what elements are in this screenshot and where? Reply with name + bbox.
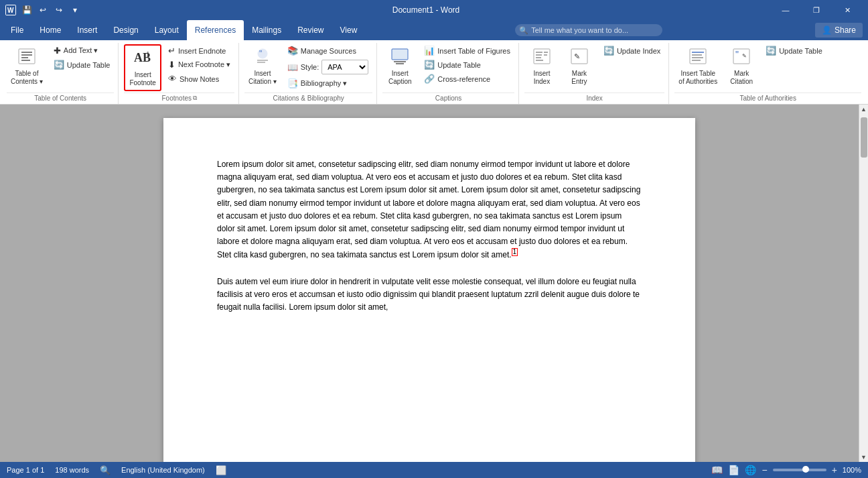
svg-text:": " <box>259 49 262 58</box>
toc-group-label-text: Table of Contents <box>34 95 86 102</box>
footnote-marker-1: 1 <box>512 248 518 256</box>
update-table-toc-button[interactable]: 🔄 Update Table <box>50 58 115 71</box>
scroll-down-button[interactable]: ▼ <box>859 453 869 462</box>
customize-button[interactable]: ▾ <box>68 3 82 17</box>
insert-citation-icon: " <box>253 47 272 68</box>
insert-footnote-label: InsertFootnote <box>129 71 155 87</box>
update-index-button[interactable]: 🔄 Update Index <box>599 44 664 57</box>
update-table-toc-icon: 🔄 <box>54 60 64 70</box>
index-label-text: Index <box>586 95 602 102</box>
menu-mailings[interactable]: Mailings <box>244 20 289 40</box>
minimize-button[interactable]: — <box>770 0 801 20</box>
group-citations: " InsertCitation ▾ 📚 Manage Sources 📖 St… <box>240 43 377 104</box>
close-button[interactable]: ✕ <box>832 0 863 20</box>
menu-insert[interactable]: Insert <box>69 20 105 40</box>
group-table-of-contents: Table ofContents ▾ ✚ Add Text ▾ 🔄 Update… <box>3 43 119 104</box>
index-small-group: 🔄 Update Index <box>599 44 664 57</box>
zoom-out-button[interactable]: − <box>762 465 767 475</box>
language[interactable]: English (United Kingdom) <box>121 466 205 474</box>
view-print-button[interactable]: 📄 <box>728 465 739 475</box>
citations-small-group: 📚 Manage Sources 📖 Style: APAMLAChicago … <box>283 44 373 90</box>
menu-file[interactable]: File <box>3 20 31 40</box>
scroll-up-button[interactable]: ▲ <box>859 105 869 114</box>
menu-home[interactable]: Home <box>31 20 69 40</box>
save-button[interactable]: 💾 <box>20 3 33 17</box>
insert-citation-button[interactable]: " InsertCitation ▾ <box>244 44 281 88</box>
bibliography-button[interactable]: 📑 Bibliography ▾ <box>283 77 373 90</box>
next-footnote-button[interactable]: ⬇ Next Footnote ▾ <box>164 58 234 71</box>
insert-table-authorities-button[interactable]: Insert Tableof Authorities <box>674 44 721 88</box>
manage-sources-button[interactable]: 📚 Manage Sources <box>283 44 373 57</box>
index-group-label: Index <box>524 93 664 104</box>
menu-references[interactable]: References <box>187 20 244 40</box>
insert-tof-icon: 📊 <box>424 46 435 56</box>
style-icon: 📖 <box>287 62 298 72</box>
insert-toa-icon <box>689 47 707 68</box>
ribbon: Table ofContents ▾ ✚ Add Text ▾ 🔄 Update… <box>0 40 868 105</box>
para2-text: Duis autem vel eum iriure dolor in hendr… <box>217 277 640 312</box>
mark-entry-button[interactable]: ✎ MarkEntry <box>562 44 597 88</box>
word-count: 198 words <box>55 466 89 474</box>
update-toa-label: Update Table <box>779 47 822 55</box>
menu-design[interactable]: Design <box>105 20 146 40</box>
cross-reference-button[interactable]: 🔗 Cross-reference <box>420 72 514 85</box>
footnotes-label-text: Footnotes <box>162 95 192 102</box>
update-table-toc-label: Update Table <box>67 61 111 69</box>
zoom-in-button[interactable]: + <box>832 465 837 475</box>
group-authorities: Insert Tableof Authorities "✎ MarkCitati… <box>670 43 865 104</box>
update-table-cap-icon: 🔄 <box>424 60 435 70</box>
quick-access-toolbar: 💾 ↩ ↪ ▾ <box>20 3 82 17</box>
bibliography-icon: 📑 <box>287 78 298 88</box>
next-footnote-label: Next Footnote ▾ <box>178 60 230 69</box>
proofing-icon[interactable]: ⬜ <box>216 465 226 475</box>
menu-layout[interactable]: Layout <box>147 20 187 40</box>
group-footnotes: AB 1 InsertFootnote ↵ Insert Endnote ⬇ N… <box>120 43 239 104</box>
svg-text:✎: ✎ <box>574 52 580 60</box>
index-group-content: InsertIndex ✎ MarkEntry 🔄 Update Index <box>524 44 664 93</box>
toc-label: Table ofContents ▾ <box>11 70 43 86</box>
scroll-thumb[interactable] <box>861 117 867 158</box>
insert-footnote-button[interactable]: AB 1 InsertFootnote <box>124 44 161 91</box>
table-of-contents-button[interactable]: Table ofContents ▾ <box>7 44 47 88</box>
add-text-icon: ✚ <box>54 46 61 56</box>
group-captions: InsertCaption 📊 Insert Table of Figures … <box>378 43 519 104</box>
word-icon: W <box>5 5 16 15</box>
authorities-group-content: Insert Tableof Authorities "✎ MarkCitati… <box>674 44 861 93</box>
insert-table-of-figures-button[interactable]: 📊 Insert Table of Figures <box>420 44 514 57</box>
update-table-authorities-button[interactable]: 🔄 Update Table <box>762 44 826 57</box>
update-table-captions-button[interactable]: 🔄 Update Table <box>420 58 514 71</box>
show-notes-button[interactable]: 👁 Show Notes <box>164 72 234 85</box>
svg-text:W: W <box>7 7 14 14</box>
vertical-scrollbar[interactable]: ▲ ▼ <box>859 105 868 462</box>
authorities-small-group: 🔄 Update Table <box>762 44 826 57</box>
style-button[interactable]: 📖 Style: APAMLAChicago <box>283 58 373 76</box>
manage-sources-icon: 📚 <box>287 46 298 56</box>
redo-button[interactable]: ↪ <box>52 3 66 17</box>
citations-group-label: Citations & Bibliography <box>244 93 372 104</box>
scroll-track[interactable] <box>859 114 869 453</box>
zoom-level: 100% <box>843 466 861 474</box>
ribbon-content: Table ofContents ▾ ✚ Add Text ▾ 🔄 Update… <box>0 40 868 104</box>
insert-endnote-button[interactable]: ↵ Insert Endnote <box>164 44 234 57</box>
menu-view[interactable]: View <box>332 20 366 40</box>
footnotes-expand-icon[interactable]: ⧉ <box>193 95 197 102</box>
restore-button[interactable]: ❐ <box>801 0 832 20</box>
document-check-icon[interactable]: 🔍 <box>100 465 111 475</box>
style-select[interactable]: APAMLAChicago <box>321 60 368 74</box>
view-web-button[interactable]: 🌐 <box>745 465 756 475</box>
add-text-button[interactable]: ✚ Add Text ▾ <box>50 44 115 57</box>
view-read-button[interactable]: 📖 <box>711 465 723 475</box>
mark-citation-icon: "✎ <box>732 47 751 68</box>
update-toa-icon: 🔄 <box>766 46 776 56</box>
share-button[interactable]: 👤 Share <box>815 23 863 38</box>
svg-text:1: 1 <box>146 50 150 58</box>
insert-citation-label: InsertCitation ▾ <box>248 70 277 86</box>
tell-me-input[interactable] <box>515 24 662 36</box>
undo-button[interactable]: ↩ <box>36 3 50 17</box>
insert-caption-button[interactable]: InsertCaption <box>382 44 417 88</box>
authorities-group-label: Table of Authorities <box>674 93 861 104</box>
menu-review[interactable]: Review <box>289 20 332 40</box>
insert-index-button[interactable]: InsertIndex <box>524 44 559 88</box>
mark-citation-button[interactable]: "✎ MarkCitation <box>724 44 759 88</box>
zoom-slider[interactable] <box>773 469 826 471</box>
